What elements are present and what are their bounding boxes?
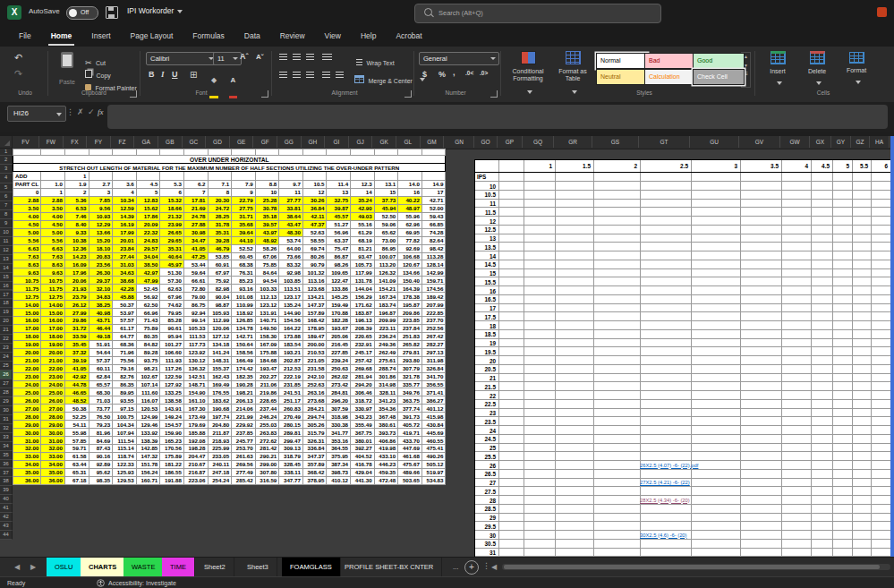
data-cell[interactable]: 155.37 bbox=[208, 364, 232, 372]
ips-header-cell[interactable]: 2.5 bbox=[640, 163, 688, 169]
data-cell[interactable]: 67.06 bbox=[255, 252, 279, 260]
data-cell[interactable]: 299.00 bbox=[255, 460, 279, 468]
ips-row-label[interactable]: 31 bbox=[475, 550, 496, 556]
ips-row-label[interactable]: 10 bbox=[475, 183, 496, 190]
ips-row-label[interactable]: 23 bbox=[475, 410, 496, 416]
data-cell[interactable]: 147.37 bbox=[302, 301, 327, 309]
data-cell[interactable]: 171.62 bbox=[351, 301, 375, 309]
align-bottom-icon[interactable] bbox=[306, 54, 314, 60]
column-header-fz[interactable]: FZ bbox=[111, 136, 135, 148]
data-cell[interactable]: 221.05 bbox=[302, 356, 327, 364]
ips-row-label[interactable]: 24 bbox=[475, 428, 496, 434]
data-cell[interactable]: 134.78 bbox=[232, 324, 256, 332]
data-cell[interactable]: 77.82 bbox=[398, 236, 422, 244]
row-header-5[interactable]: 5 bbox=[0, 183, 13, 192]
data-cell[interactable]: 296.20 bbox=[327, 396, 351, 405]
data-cell[interactable]: 92.89 bbox=[89, 460, 113, 468]
data-cell[interactable]: 307.59 bbox=[327, 405, 351, 413]
data-cell[interactable]: 68.30 bbox=[89, 388, 113, 396]
column-header-gv[interactable]: GV bbox=[739, 136, 780, 148]
data-cell[interactable]: 9.63 bbox=[13, 268, 41, 277]
data-cell[interactable]: 2.88 bbox=[41, 196, 65, 204]
data-cell[interactable]: 277.49 bbox=[232, 468, 256, 476]
data-cell[interactable]: 131.78 bbox=[351, 277, 375, 285]
data-cell[interactable]: 19.00 bbox=[13, 340, 41, 348]
data-cell[interactable]: 377.74 bbox=[398, 405, 422, 413]
clipboard-dialog-launcher-icon[interactable] bbox=[130, 90, 137, 98]
data-cell[interactable]: 433.10 bbox=[374, 452, 398, 460]
data-cell[interactable]: 7.85 bbox=[89, 196, 113, 204]
row-header-1[interactable]: 1 bbox=[0, 149, 13, 156]
data-cell[interactable]: 17.99 bbox=[113, 228, 137, 236]
data-cell[interactable]: 150.40 bbox=[398, 277, 422, 285]
data-cell[interactable]: 447.69 bbox=[398, 445, 422, 453]
ips-header-cell[interactable]: 2 bbox=[593, 163, 637, 169]
data-cell[interactable]: 173.88 bbox=[279, 332, 303, 340]
data-cell[interactable]: 326.84 bbox=[421, 364, 446, 372]
data-cell[interactable]: 33.00 bbox=[13, 452, 41, 460]
data-cell[interactable]: 120.67 bbox=[398, 260, 422, 268]
data-cell[interactable]: 7.63 bbox=[13, 252, 41, 260]
data-cell[interactable]: 33.59 bbox=[64, 332, 89, 340]
data-cell[interactable]: 149.50 bbox=[255, 324, 279, 332]
data-cell[interactable]: 62.96 bbox=[398, 220, 422, 228]
cell[interactable] bbox=[421, 149, 446, 156]
data-cell[interactable]: 104.34 bbox=[113, 421, 137, 429]
horizontal-scrollbar[interactable] bbox=[502, 564, 890, 570]
data-cell[interactable]: 204.47 bbox=[183, 452, 208, 460]
column-header-ge[interactable]: GE bbox=[230, 136, 254, 148]
data-cell[interactable]: 98.42 bbox=[421, 244, 446, 252]
data-cell[interactable]: 27.00 bbox=[41, 405, 65, 413]
data-cell[interactable]: 99.14 bbox=[183, 317, 208, 325]
data-cell[interactable]: 251.17 bbox=[279, 396, 303, 405]
data-cell[interactable]: 472.48 bbox=[374, 476, 398, 484]
data-cell[interactable]: 214.06 bbox=[232, 405, 256, 413]
data-cell[interactable]: 54.64 bbox=[89, 348, 113, 356]
data-cell[interactable]: 222.85 bbox=[421, 309, 446, 317]
data-cell[interactable]: 107.94 bbox=[113, 429, 137, 437]
data-cell[interactable]: 12.59 bbox=[113, 204, 137, 212]
data-cell[interactable]: 267.42 bbox=[421, 332, 446, 340]
data-cell[interactable]: 18.00 bbox=[13, 332, 41, 340]
data-cell[interactable]: 368.42 bbox=[302, 468, 327, 476]
data-cell[interactable]: 419.71 bbox=[398, 429, 422, 437]
data-cell[interactable]: 318.98 bbox=[327, 413, 351, 421]
data-cell[interactable]: 45.88 bbox=[113, 293, 137, 301]
data-cell[interactable]: 387.34 bbox=[327, 460, 351, 468]
data-cell[interactable]: 62.50 bbox=[136, 301, 160, 309]
ips-header-cell[interactable]: 6 bbox=[871, 163, 888, 169]
grow-font-icon[interactable]: Aˆ bbox=[240, 52, 249, 61]
data-cell[interactable]: 6.53 bbox=[64, 204, 89, 212]
data-cell[interactable]: 252.63 bbox=[302, 380, 327, 388]
data-cell[interactable]: 176.55 bbox=[208, 388, 232, 396]
row-header-16[interactable]: 16 bbox=[0, 282, 13, 291]
data-cell[interactable]: 159.71 bbox=[421, 277, 446, 285]
data-cell[interactable]: 57.85 bbox=[64, 437, 89, 445]
data-cell[interactable]: 237.70 bbox=[421, 317, 446, 325]
row-header-38[interactable]: 38 bbox=[0, 477, 13, 486]
ips-header-cell[interactable]: 4 bbox=[781, 163, 808, 169]
data-cell[interactable]: 260.83 bbox=[279, 405, 303, 413]
data-cell[interactable]: 57.57 bbox=[113, 317, 137, 325]
borders-icon[interactable]: ⊞ bbox=[190, 70, 197, 80]
data-cell[interactable]: 279.81 bbox=[398, 348, 422, 356]
data-cell[interactable]: 174.56 bbox=[421, 285, 446, 293]
increase-indent-icon[interactable] bbox=[336, 72, 344, 78]
data-cell[interactable]: 16.00 bbox=[13, 317, 41, 325]
data-cell[interactable]: 17.86 bbox=[136, 212, 160, 220]
data-cell[interactable]: 82.98 bbox=[208, 285, 232, 293]
data-cell[interactable]: 81.96 bbox=[89, 429, 113, 437]
data-cell[interactable]: 111.60 bbox=[136, 388, 160, 396]
data-cell[interactable]: 11.75 bbox=[13, 285, 41, 293]
ips-row-label[interactable]: 16 bbox=[475, 288, 496, 294]
data-cell[interactable]: 297.13 bbox=[421, 348, 446, 356]
ips-row-label[interactable]: 28.5 bbox=[475, 506, 496, 512]
data-cell[interactable]: 167.09 bbox=[255, 340, 279, 348]
data-cell[interactable]: 17.96 bbox=[64, 268, 89, 277]
data-cell[interactable]: 15.20 bbox=[89, 236, 113, 244]
cell[interactable] bbox=[41, 172, 65, 180]
ips-row-label[interactable]: 16.5 bbox=[475, 296, 496, 303]
data-cell[interactable]: 147.32 bbox=[136, 452, 160, 460]
row-header-10[interactable]: 10 bbox=[0, 228, 13, 237]
data-cell[interactable]: 223.11 bbox=[374, 324, 398, 332]
